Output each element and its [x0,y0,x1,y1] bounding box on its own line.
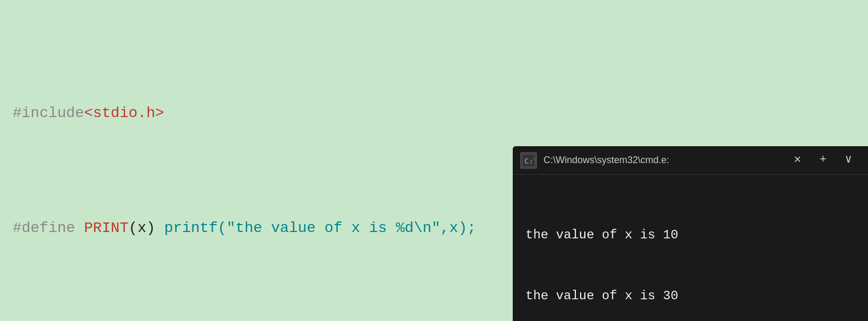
define-directive: #define [13,217,84,239]
code-line-1: #include<stdio.h> [13,102,855,124]
macro-name: PRINT [84,217,128,239]
include-header: <stdio.h> [84,102,164,124]
cmd-titlebar: C:\ C:\Windows\system32\cmd.e: ✕ + ∨ [513,146,868,175]
cmd-controls: ✕ + ∨ [785,151,861,170]
cmd-close-button[interactable]: ✕ [785,151,810,170]
cmd-body: the value of x is 10 the value of x is 3… [513,175,868,321]
cmd-output-2: the value of x is 30 [525,286,855,306]
macro-body: printf("the value of x is %d\n",x); [164,217,476,239]
cmd-output-1: the value of x is 10 [525,225,855,245]
svg-text:C:\: C:\ [524,157,534,165]
include-directive: #include [13,102,84,124]
code-editor: #include<stdio.h> #define PRINT(x) print… [0,0,868,321]
cmd-dropdown-button[interactable]: ∨ [836,151,861,170]
cmd-app-icon: C:\ [520,152,537,169]
cmd-new-tab-button[interactable]: + [811,151,835,170]
macro-args: (x) [128,217,164,239]
cmd-window: C:\ C:\Windows\system32\cmd.e: ✕ + ∨ the… [513,146,868,321]
cmd-title-text: C:\Windows\system32\cmd.e: [543,153,785,168]
